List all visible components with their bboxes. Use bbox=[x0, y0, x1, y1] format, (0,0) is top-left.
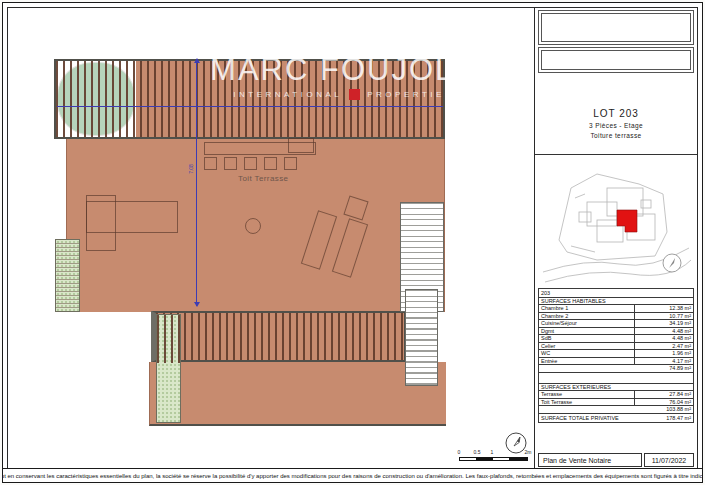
exterieures-subtotal: 103.88 m² bbox=[539, 406, 693, 413]
disclaimer-text: Tout en conservant les caractéristiques … bbox=[2, 473, 703, 479]
cartouche-box-2-inner bbox=[541, 50, 691, 70]
table-row-lot: 203 bbox=[539, 289, 693, 297]
row-value: 12.38 m² bbox=[635, 305, 693, 312]
sofa-section-horizontal bbox=[86, 201, 178, 233]
habitables-header: SURFACES HABITABLES bbox=[539, 298, 693, 305]
brand-name: MARC FOUJOLS bbox=[191, 54, 496, 86]
planter-left bbox=[55, 239, 80, 312]
row-label: Chambre 1 bbox=[539, 305, 635, 312]
row-label: Toit Terrasse bbox=[539, 399, 635, 406]
row-label: Entrée bbox=[539, 358, 635, 365]
row-value: 2.47 m² bbox=[635, 343, 693, 350]
lot-number-title: LOT 203 bbox=[535, 108, 697, 119]
cartouche-box-1-inner bbox=[541, 13, 691, 42]
table-row: Toit Terrasse 76.04 m² bbox=[539, 398, 693, 406]
chair bbox=[284, 157, 297, 170]
row-value: 27.84 m² bbox=[635, 391, 693, 398]
brand-word-properties: PROPERTIES bbox=[367, 90, 453, 99]
row-value: 34.19 m² bbox=[635, 320, 693, 327]
plan-sheet: 7.08 Toit Terrasse MARC FOUJOLS INTERNAT… bbox=[2, 2, 703, 483]
table-subtotal-row: 74.89 m² bbox=[539, 364, 693, 372]
table-total-row: SURFACE TOTALE PRIVATIVE 178.47 m² bbox=[539, 413, 693, 422]
surfaces-table: 203 SURFACES HABITABLES Chambre 1 12.38 … bbox=[538, 288, 694, 423]
total-value: 178.47 m² bbox=[635, 414, 693, 422]
scale-segment bbox=[510, 457, 528, 461]
row-value: 10.77 m² bbox=[635, 313, 693, 320]
table-row: Terrasse 27.84 m² bbox=[539, 390, 693, 398]
lot-location-marker bbox=[617, 210, 637, 232]
planter-slats-overlay bbox=[157, 315, 180, 363]
row-label: Cuisine/Séjour bbox=[539, 320, 635, 327]
north-arrow-icon bbox=[505, 432, 527, 454]
chair bbox=[224, 157, 237, 170]
brand-subtitle: INTERNATIONAL PROPERTIES bbox=[191, 89, 496, 100]
room-label: Toit Terrasse bbox=[238, 174, 288, 183]
row-value: 76.04 m² bbox=[635, 399, 693, 406]
chair bbox=[204, 157, 217, 170]
round-table bbox=[245, 218, 261, 234]
cartouche-box-1 bbox=[538, 10, 694, 45]
site-plan bbox=[541, 160, 691, 284]
scale-tick-label: 1 bbox=[491, 449, 494, 455]
table-row: Chambre 1 12.38 m² bbox=[539, 304, 693, 312]
table-row: Celier 2.47 m² bbox=[539, 342, 693, 350]
lot-number-cell: 203 bbox=[539, 289, 693, 297]
title-divider bbox=[535, 154, 697, 155]
brand-red-square-icon bbox=[349, 89, 360, 100]
row-label: WC bbox=[539, 350, 635, 357]
lot-title-block: LOT 203 3 Pièces - Etage Toiture terrass… bbox=[535, 108, 697, 139]
planter-bottom bbox=[156, 314, 181, 423]
side-table bbox=[288, 138, 314, 153]
chair bbox=[244, 157, 257, 170]
scale-tick-label: 0.5 bbox=[474, 449, 481, 455]
pergola-slats bbox=[156, 313, 404, 360]
table-section-header: SURFACES EXTERIEURES bbox=[539, 383, 693, 391]
row-label: SdB bbox=[539, 335, 635, 342]
table-row: WC 1.96 m² bbox=[539, 349, 693, 357]
table-row: Cuisine/Séjour 34.19 m² bbox=[539, 319, 693, 327]
lower-terrace-area bbox=[149, 362, 446, 426]
document-footer-row: Plan de Vente Notaire 11/07/2022 bbox=[538, 453, 694, 467]
row-value: 4.48 m² bbox=[635, 328, 693, 335]
disclaimer-bar: Tout en conservant les caractéristiques … bbox=[2, 468, 703, 483]
scale-tick-label: 0 bbox=[458, 449, 461, 455]
table-row: Entrée 4.17 m² bbox=[539, 357, 693, 365]
exterieures-header: SURFACES EXTERIEURES bbox=[539, 384, 693, 391]
table-row: Dgmt 4.48 m² bbox=[539, 327, 693, 335]
brand-word-international: INTERNATIONAL bbox=[233, 90, 342, 99]
scale-segment bbox=[492, 457, 510, 461]
lot-roof: Toiture terrasse bbox=[535, 132, 697, 139]
chair bbox=[264, 157, 277, 170]
table-section-header: SURFACES HABITABLES bbox=[539, 297, 693, 305]
table-subtotal-row: 103.88 m² bbox=[539, 405, 693, 413]
row-value: 4.17 m² bbox=[635, 358, 693, 365]
table-row: SdB 4.48 m² bbox=[539, 334, 693, 342]
lot-type: 3 Pièces - Etage bbox=[535, 122, 697, 129]
scale-segment bbox=[459, 457, 477, 461]
total-label: SURFACE TOTALE PRIVATIVE bbox=[539, 414, 635, 422]
dimension-line-horizontal bbox=[57, 106, 443, 107]
row-value: 1.96 m² bbox=[635, 350, 693, 357]
row-label: Chambre 2 bbox=[539, 313, 635, 320]
document-title: Plan de Vente Notaire bbox=[538, 453, 642, 467]
document-date: 11/07/2022 bbox=[644, 453, 694, 467]
dimension-value: 7.08 bbox=[188, 164, 194, 174]
row-label: Terrasse bbox=[539, 391, 635, 398]
row-label: Dgmt bbox=[539, 328, 635, 335]
table-spacer-row bbox=[539, 372, 693, 383]
title-block-panel: LOT 203 3 Pièces - Etage Toiture terrass… bbox=[534, 7, 698, 471]
brand-watermark: MARC FOUJOLS INTERNATIONAL PROPERTIES bbox=[191, 54, 496, 100]
table-row: Chambre 2 10.77 m² bbox=[539, 312, 693, 320]
cartouche-box-2 bbox=[538, 47, 694, 73]
habitables-subtotal: 74.89 m² bbox=[539, 365, 693, 372]
row-label: Celier bbox=[539, 343, 635, 350]
dimension-arrow-down-icon bbox=[194, 302, 200, 307]
floor-plan-drawing: 7.08 Toit Terrasse MARC FOUJOLS INTERNAT… bbox=[7, 7, 535, 471]
scale-segment bbox=[477, 457, 492, 461]
row-value: 4.48 m² bbox=[635, 335, 693, 342]
pergola-bottom-band bbox=[151, 311, 406, 362]
staircase-lower bbox=[405, 289, 438, 386]
